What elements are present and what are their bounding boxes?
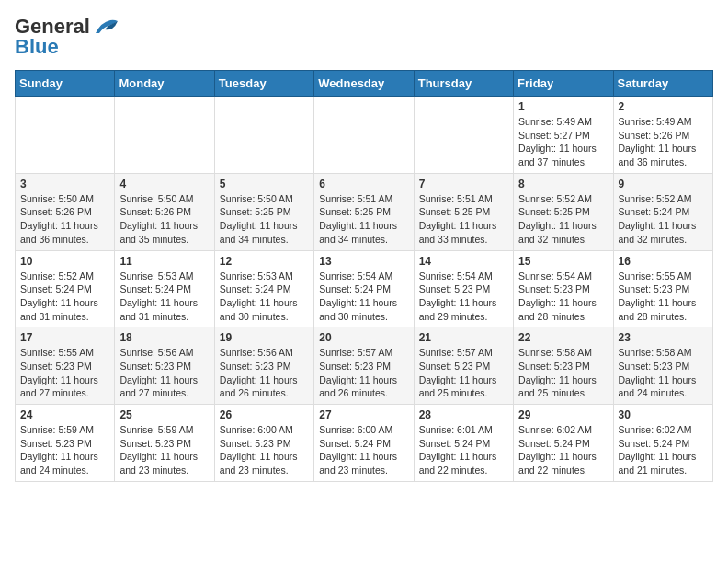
calendar-cell: 26Sunrise: 6:00 AM Sunset: 5:23 PM Dayli…	[214, 405, 313, 482]
day-info: Sunrise: 6:00 AM Sunset: 5:24 PM Dayligh…	[319, 423, 408, 477]
calendar-week-5: 24Sunrise: 5:59 AM Sunset: 5:23 PM Dayli…	[16, 405, 713, 482]
day-info: Sunrise: 6:00 AM Sunset: 5:23 PM Dayligh…	[220, 423, 309, 477]
day-number: 27	[319, 408, 408, 421]
calendar-cell	[314, 97, 414, 174]
day-number: 20	[319, 331, 408, 344]
calendar-cell: 30Sunrise: 6:02 AM Sunset: 5:24 PM Dayli…	[613, 405, 712, 482]
calendar-cell: 11Sunrise: 5:53 AM Sunset: 5:24 PM Dayli…	[115, 250, 214, 327]
weekday-header-friday: Friday	[514, 71, 613, 97]
day-info: Sunrise: 5:55 AM Sunset: 5:23 PM Dayligh…	[619, 270, 708, 324]
calendar-cell: 5Sunrise: 5:50 AM Sunset: 5:25 PM Daylig…	[214, 173, 313, 250]
day-info: Sunrise: 5:52 AM Sunset: 5:24 PM Dayligh…	[619, 192, 708, 247]
calendar-cell: 10Sunrise: 5:52 AM Sunset: 5:24 PM Dayli…	[16, 250, 115, 327]
day-info: Sunrise: 5:54 AM Sunset: 5:23 PM Dayligh…	[518, 270, 608, 324]
weekday-header-saturday: Saturday	[613, 71, 712, 97]
day-info: Sunrise: 5:53 AM Sunset: 5:24 PM Dayligh…	[220, 270, 309, 324]
day-info: Sunrise: 5:49 AM Sunset: 5:27 PM Dayligh…	[518, 115, 608, 169]
day-info: Sunrise: 5:50 AM Sunset: 5:26 PM Dayligh…	[20, 192, 109, 247]
day-info: Sunrise: 5:56 AM Sunset: 5:23 PM Dayligh…	[119, 346, 209, 400]
calendar-cell: 8Sunrise: 5:52 AM Sunset: 5:25 PM Daylig…	[514, 173, 613, 250]
calendar-cell: 21Sunrise: 5:57 AM Sunset: 5:23 PM Dayli…	[414, 327, 513, 405]
day-number: 5	[220, 178, 309, 190]
day-info: Sunrise: 5:59 AM Sunset: 5:23 PM Dayligh…	[119, 423, 209, 477]
calendar-cell: 18Sunrise: 5:56 AM Sunset: 5:23 PM Dayli…	[115, 327, 214, 405]
day-info: Sunrise: 5:52 AM Sunset: 5:24 PM Dayligh…	[20, 270, 109, 324]
day-number: 25	[119, 408, 209, 421]
day-number: 16	[619, 255, 708, 268]
day-number: 11	[119, 255, 209, 268]
calendar-week-2: 3Sunrise: 5:50 AM Sunset: 5:26 PM Daylig…	[16, 173, 713, 250]
day-info: Sunrise: 5:57 AM Sunset: 5:23 PM Dayligh…	[319, 346, 408, 400]
day-info: Sunrise: 6:01 AM Sunset: 5:24 PM Dayligh…	[419, 423, 508, 477]
calendar-cell: 1Sunrise: 5:49 AM Sunset: 5:27 PM Daylig…	[514, 97, 613, 174]
calendar-cell: 24Sunrise: 5:59 AM Sunset: 5:23 PM Dayli…	[16, 405, 115, 482]
calendar-cell: 4Sunrise: 5:50 AM Sunset: 5:26 PM Daylig…	[115, 173, 214, 250]
day-info: Sunrise: 5:52 AM Sunset: 5:25 PM Dayligh…	[518, 192, 608, 247]
calendar-week-3: 10Sunrise: 5:52 AM Sunset: 5:24 PM Dayli…	[16, 250, 713, 327]
page-header: General Blue	[15, 15, 713, 59]
calendar-cell: 17Sunrise: 5:55 AM Sunset: 5:23 PM Dayli…	[16, 327, 115, 405]
day-info: Sunrise: 5:54 AM Sunset: 5:23 PM Dayligh…	[419, 270, 508, 324]
calendar-week-1: 1Sunrise: 5:49 AM Sunset: 5:27 PM Daylig…	[16, 97, 713, 174]
calendar-cell	[414, 97, 513, 174]
day-info: Sunrise: 5:58 AM Sunset: 5:23 PM Dayligh…	[518, 346, 608, 400]
day-number: 19	[220, 331, 309, 344]
day-info: Sunrise: 5:49 AM Sunset: 5:26 PM Dayligh…	[619, 115, 708, 169]
calendar-cell: 16Sunrise: 5:55 AM Sunset: 5:23 PM Dayli…	[613, 250, 712, 327]
day-number: 3	[20, 178, 109, 190]
calendar-cell: 28Sunrise: 6:01 AM Sunset: 5:24 PM Dayli…	[414, 405, 513, 482]
calendar-cell: 15Sunrise: 5:54 AM Sunset: 5:23 PM Dayli…	[514, 250, 613, 327]
calendar-cell: 9Sunrise: 5:52 AM Sunset: 5:24 PM Daylig…	[613, 173, 712, 250]
calendar-cell: 22Sunrise: 5:58 AM Sunset: 5:23 PM Dayli…	[514, 327, 613, 405]
day-info: Sunrise: 5:50 AM Sunset: 5:25 PM Dayligh…	[220, 192, 309, 247]
weekday-header-wednesday: Wednesday	[314, 71, 414, 97]
day-info: Sunrise: 5:56 AM Sunset: 5:23 PM Dayligh…	[220, 346, 309, 400]
calendar-cell: 25Sunrise: 5:59 AM Sunset: 5:23 PM Dayli…	[115, 405, 214, 482]
calendar-cell: 7Sunrise: 5:51 AM Sunset: 5:25 PM Daylig…	[414, 173, 513, 250]
calendar-body: 1Sunrise: 5:49 AM Sunset: 5:27 PM Daylig…	[16, 97, 713, 482]
day-number: 8	[518, 178, 608, 190]
calendar-table: SundayMondayTuesdayWednesdayThursdayFrid…	[15, 70, 713, 482]
calendar-cell: 12Sunrise: 5:53 AM Sunset: 5:24 PM Dayli…	[214, 250, 313, 327]
logo-bird-icon	[92, 17, 119, 37]
calendar-week-4: 17Sunrise: 5:55 AM Sunset: 5:23 PM Dayli…	[16, 327, 713, 405]
day-info: Sunrise: 5:57 AM Sunset: 5:23 PM Dayligh…	[419, 346, 508, 400]
day-number: 14	[419, 255, 508, 268]
day-number: 1	[518, 100, 608, 113]
weekday-header-sunday: Sunday	[16, 71, 115, 97]
calendar-cell: 2Sunrise: 5:49 AM Sunset: 5:26 PM Daylig…	[613, 97, 712, 174]
day-number: 4	[119, 178, 209, 190]
day-number: 29	[518, 408, 608, 421]
calendar-cell	[16, 97, 115, 174]
day-number: 21	[419, 331, 508, 344]
calendar-cell	[214, 97, 313, 174]
day-info: Sunrise: 5:58 AM Sunset: 5:23 PM Dayligh…	[619, 346, 708, 400]
day-number: 7	[419, 178, 508, 190]
day-number: 17	[20, 331, 109, 344]
calendar-cell: 20Sunrise: 5:57 AM Sunset: 5:23 PM Dayli…	[314, 327, 414, 405]
day-number: 26	[220, 408, 309, 421]
calendar-cell: 29Sunrise: 6:02 AM Sunset: 5:24 PM Dayli…	[514, 405, 613, 482]
calendar-cell: 6Sunrise: 5:51 AM Sunset: 5:25 PM Daylig…	[314, 173, 414, 250]
calendar-cell: 14Sunrise: 5:54 AM Sunset: 5:23 PM Dayli…	[414, 250, 513, 327]
day-number: 2	[619, 100, 708, 113]
weekday-header-monday: Monday	[115, 71, 214, 97]
logo-blue: Blue	[15, 35, 59, 59]
day-number: 28	[419, 408, 508, 421]
calendar-header-row: SundayMondayTuesdayWednesdayThursdayFrid…	[16, 71, 713, 97]
day-number: 10	[20, 255, 109, 268]
day-number: 18	[119, 331, 209, 344]
day-number: 13	[319, 255, 408, 268]
day-info: Sunrise: 6:02 AM Sunset: 5:24 PM Dayligh…	[518, 423, 608, 477]
day-number: 22	[518, 331, 608, 344]
calendar-cell: 23Sunrise: 5:58 AM Sunset: 5:23 PM Dayli…	[613, 327, 712, 405]
day-info: Sunrise: 5:53 AM Sunset: 5:24 PM Dayligh…	[119, 270, 209, 324]
day-info: Sunrise: 5:51 AM Sunset: 5:25 PM Dayligh…	[319, 192, 408, 247]
calendar-cell: 3Sunrise: 5:50 AM Sunset: 5:26 PM Daylig…	[16, 173, 115, 250]
day-number: 15	[518, 255, 608, 268]
day-number: 24	[20, 408, 109, 421]
day-info: Sunrise: 5:50 AM Sunset: 5:26 PM Dayligh…	[119, 192, 209, 247]
calendar-cell: 19Sunrise: 5:56 AM Sunset: 5:23 PM Dayli…	[214, 327, 313, 405]
day-number: 9	[619, 178, 708, 190]
day-info: Sunrise: 5:59 AM Sunset: 5:23 PM Dayligh…	[20, 423, 109, 477]
